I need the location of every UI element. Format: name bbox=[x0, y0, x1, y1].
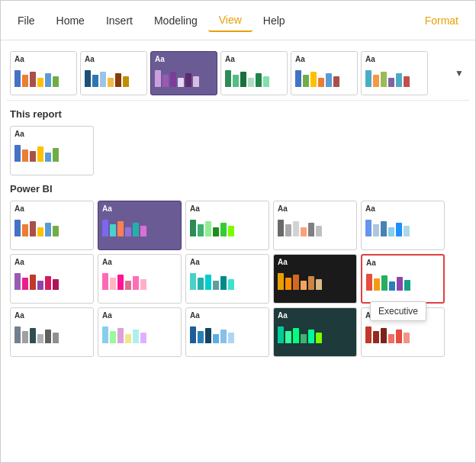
ribbon-themes-row: AaAaAaAaAaAa▼ bbox=[7, 47, 469, 101]
theme-card-label: Aa bbox=[365, 55, 423, 63]
theme-panel: AaAaAaAaAaAa▼ This report Aa Power BI Aa… bbox=[1, 40, 475, 463]
power-bi-section-title: Power BI bbox=[10, 183, 466, 195]
theme-card-bars bbox=[14, 215, 89, 236]
theme-card-label: Aa bbox=[366, 259, 439, 267]
menu-format[interactable]: Format bbox=[414, 10, 469, 31]
this-report-section-title: This report bbox=[10, 108, 466, 120]
theme-card[interactable]: Aa bbox=[291, 51, 358, 95]
theme-card[interactable]: Aa bbox=[185, 307, 269, 357]
power-bi-grid: AaAaAaAaAaAaAaAaAaAaExecutiveAaAaAaAaAa bbox=[7, 199, 469, 359]
theme-card[interactable]: Aa bbox=[80, 51, 147, 95]
theme-card[interactable]: Aa bbox=[220, 51, 288, 95]
theme-card[interactable]: Aa bbox=[10, 254, 94, 304]
menu-file[interactable]: File bbox=[7, 10, 46, 31]
theme-card[interactable]: Aa bbox=[98, 254, 182, 304]
theme-card-bars bbox=[225, 66, 283, 87]
theme-card-bars bbox=[295, 66, 353, 87]
theme-card-bars bbox=[278, 268, 352, 290]
theme-card-label: Aa bbox=[295, 55, 353, 63]
theme-card[interactable]: Aa bbox=[10, 126, 94, 175]
theme-card-bars bbox=[14, 322, 89, 343]
menu-view[interactable]: View bbox=[208, 9, 252, 32]
theme-card-label: Aa bbox=[278, 311, 352, 320]
theme-card-bars bbox=[365, 66, 423, 87]
menu-help[interactable]: Help bbox=[252, 10, 296, 31]
theme-card-label: Aa bbox=[14, 258, 89, 266]
theme-card-bars bbox=[190, 268, 265, 290]
theme-card[interactable]: Aa bbox=[185, 254, 269, 304]
theme-card-bars bbox=[155, 66, 213, 87]
theme-card-bars bbox=[278, 215, 352, 236]
theme-card-label: Aa bbox=[14, 55, 72, 63]
menubar: File Home Insert Modeling View Help Form… bbox=[1, 1, 475, 40]
theme-card-bars bbox=[365, 322, 440, 343]
theme-card-bars bbox=[14, 268, 89, 290]
theme-card-label: Aa bbox=[155, 55, 213, 63]
menu-home[interactable]: Home bbox=[46, 10, 95, 31]
theme-card[interactable]: Aa bbox=[10, 51, 77, 95]
theme-card-label: Aa bbox=[102, 311, 177, 320]
theme-card[interactable]: Aa bbox=[361, 51, 428, 95]
ribbon-dropdown-arrow[interactable]: ▼ bbox=[452, 66, 466, 80]
theme-card-label: Aa bbox=[278, 258, 352, 266]
theme-card-label: Aa bbox=[14, 311, 89, 320]
theme-card-bars bbox=[365, 215, 440, 236]
this-report-grid: Aa bbox=[7, 124, 469, 177]
theme-card[interactable]: Aa bbox=[150, 51, 217, 95]
theme-card-label: Aa bbox=[102, 258, 177, 266]
theme-card-label: Aa bbox=[14, 204, 89, 213]
theme-card-label: Aa bbox=[190, 204, 265, 213]
theme-card-label: Aa bbox=[190, 258, 265, 266]
theme-card-bars bbox=[190, 215, 265, 236]
theme-card-bars bbox=[102, 322, 177, 343]
theme-card-label: Aa bbox=[278, 204, 352, 213]
theme-card[interactable]: Aa bbox=[98, 307, 182, 357]
theme-card-label: Aa bbox=[102, 204, 177, 213]
theme-card-bars bbox=[366, 269, 439, 291]
theme-card-bars bbox=[14, 66, 72, 87]
theme-card[interactable]: Aa bbox=[185, 201, 269, 250]
menu-insert[interactable]: Insert bbox=[95, 10, 143, 31]
theme-tooltip: Executive bbox=[370, 301, 426, 321]
theme-card[interactable]: AaExecutive bbox=[361, 254, 445, 304]
theme-card-bars bbox=[278, 322, 352, 343]
theme-card[interactable]: Aa bbox=[273, 254, 357, 304]
theme-card[interactable]: Aa bbox=[10, 307, 94, 357]
theme-card-label: Aa bbox=[190, 311, 265, 320]
theme-card[interactable]: Aa bbox=[273, 307, 357, 357]
menu-modeling[interactable]: Modeling bbox=[143, 10, 208, 31]
theme-card-bars bbox=[190, 322, 265, 343]
theme-card-label: Aa bbox=[14, 130, 89, 138]
theme-card-bars bbox=[102, 215, 177, 236]
theme-card-label: Aa bbox=[365, 204, 440, 213]
theme-card[interactable]: Aa bbox=[361, 201, 445, 250]
theme-card[interactable]: Aa bbox=[98, 201, 182, 250]
theme-card-bars bbox=[102, 268, 177, 290]
theme-card-bars bbox=[14, 140, 89, 162]
theme-card-bars bbox=[85, 66, 143, 87]
theme-card-label: Aa bbox=[85, 55, 143, 63]
theme-card[interactable]: Aa bbox=[273, 201, 357, 250]
theme-card-label: Aa bbox=[225, 55, 283, 63]
theme-card[interactable]: Aa bbox=[10, 201, 94, 250]
